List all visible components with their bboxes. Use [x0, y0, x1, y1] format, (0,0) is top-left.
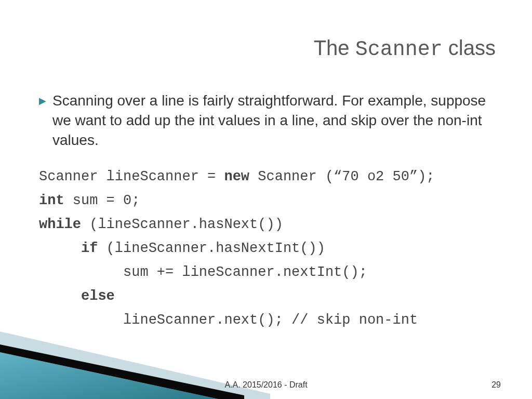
- code-line-2: int sum = 0;: [39, 189, 501, 213]
- code-line-5: sum += lineScanner.nextInt();: [39, 261, 501, 285]
- title-prefix: The: [314, 36, 355, 59]
- page-number: 29: [491, 380, 501, 390]
- svg-marker-1: [0, 344, 244, 399]
- svg-marker-3: [0, 352, 218, 399]
- code-line-4: if (lineScanner.hasNextInt()): [39, 237, 501, 261]
- title-suffix: class: [443, 36, 496, 59]
- code-line-7: lineScanner.next(); // skip non-int: [39, 309, 501, 332]
- code-line-3: while (lineScanner.hasNext()): [39, 213, 501, 237]
- bullet-text: Scanning over a line is fairly straightf…: [52, 91, 501, 150]
- slide-title: The Scanner class: [314, 36, 496, 61]
- bullet-marker-icon: ▶: [39, 95, 46, 107]
- bullet-item: ▶ Scanning over a line is fairly straigh…: [39, 91, 501, 150]
- title-code: Scanner: [355, 38, 443, 61]
- code-line-6: else: [39, 285, 501, 309]
- svg-marker-2: [0, 352, 218, 399]
- slide-content: ▶ Scanning over a line is fairly straigh…: [39, 91, 501, 332]
- footer-text: A.A. 2015/2016 - Draft: [224, 380, 307, 390]
- code-block: Scanner lineScanner = new Scanner (“70 o…: [39, 165, 501, 332]
- code-line-1: Scanner lineScanner = new Scanner (“70 o…: [39, 165, 501, 189]
